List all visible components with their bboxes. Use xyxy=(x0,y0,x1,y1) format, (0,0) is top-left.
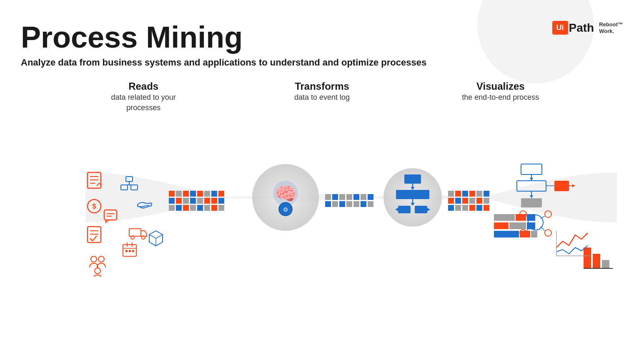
svg-point-102 xyxy=(98,256,104,262)
svg-rect-134 xyxy=(494,214,515,221)
svg-rect-53 xyxy=(455,205,461,211)
svg-rect-40 xyxy=(448,191,454,197)
svg-rect-100 xyxy=(132,250,134,252)
logo-area: UiPath Reboot™ Work. xyxy=(552,21,623,35)
svg-rect-113 xyxy=(554,181,569,191)
svg-rect-135 xyxy=(516,214,526,221)
svg-rect-15 xyxy=(204,198,210,204)
stage-transforms-label: Transforms data to event log xyxy=(276,81,368,113)
svg-text:⚙: ⚙ xyxy=(283,206,288,213)
svg-line-105 xyxy=(149,235,156,238)
svg-rect-3 xyxy=(176,191,182,197)
svg-rect-7 xyxy=(204,191,210,197)
svg-rect-51 xyxy=(484,198,489,204)
svg-point-101 xyxy=(91,256,97,262)
svg-rect-34 xyxy=(332,201,338,207)
svg-rect-29 xyxy=(346,194,352,200)
svg-rect-20 xyxy=(183,205,189,211)
visualizes-title: Visualizes xyxy=(455,81,546,92)
svg-rect-139 xyxy=(527,222,535,229)
svg-rect-23 xyxy=(204,205,210,211)
svg-rect-9 xyxy=(218,191,224,197)
flow-area: Reads data related to yourprocesses Tran… xyxy=(21,81,623,298)
svg-rect-141 xyxy=(520,231,530,237)
title-section: Process Mining Analyze data from busines… xyxy=(21,21,426,68)
svg-rect-137 xyxy=(494,222,509,229)
page-subtitle: Analyze data from business systems and a… xyxy=(21,57,426,68)
svg-rect-41 xyxy=(455,191,461,197)
svg-rect-49 xyxy=(469,198,475,204)
svg-rect-57 xyxy=(484,205,489,211)
svg-point-103 xyxy=(95,268,100,274)
svg-point-123 xyxy=(545,230,551,236)
svg-rect-14 xyxy=(197,198,203,204)
uipath-logo: UiPath xyxy=(552,21,594,35)
svg-rect-52 xyxy=(448,205,454,211)
svg-rect-136 xyxy=(527,214,535,221)
svg-rect-28 xyxy=(339,194,345,200)
logo-reboot: Reboot™ Work. xyxy=(599,21,623,34)
svg-rect-45 xyxy=(484,191,489,197)
svg-rect-17 xyxy=(218,198,224,204)
svg-rect-48 xyxy=(462,198,468,204)
svg-rect-8 xyxy=(211,191,217,197)
svg-line-127 xyxy=(541,227,545,231)
reads-subtitle: data related to yourprocesses xyxy=(98,92,189,113)
svg-rect-21 xyxy=(190,205,196,211)
svg-rect-88 xyxy=(129,229,141,236)
svg-rect-142 xyxy=(531,231,537,237)
svg-rect-108 xyxy=(521,164,542,174)
svg-rect-129 xyxy=(593,254,600,268)
svg-rect-50 xyxy=(476,198,482,204)
svg-rect-16 xyxy=(211,198,217,204)
svg-rect-36 xyxy=(346,201,352,207)
svg-rect-10 xyxy=(169,198,175,204)
svg-rect-22 xyxy=(197,205,203,211)
svg-text:🧠: 🧠 xyxy=(274,183,297,205)
svg-rect-18 xyxy=(169,205,175,211)
svg-rect-26 xyxy=(325,194,331,200)
visualizes-subtitle: the end-to-end process xyxy=(455,92,546,103)
svg-rect-130 xyxy=(602,260,609,268)
flow-diagram: 🧠 ⚙ xyxy=(21,118,623,277)
svg-rect-42 xyxy=(462,191,468,197)
svg-rect-46 xyxy=(448,198,454,204)
logo-path: Path xyxy=(569,21,594,35)
svg-rect-6 xyxy=(197,191,203,197)
transforms-title: Transforms xyxy=(276,81,368,92)
svg-rect-140 xyxy=(494,231,519,237)
svg-rect-30 xyxy=(353,194,359,200)
svg-rect-25 xyxy=(218,205,224,211)
transforms-subtitle: data to event log xyxy=(276,92,368,103)
header: Process Mining Analyze data from busines… xyxy=(21,21,623,68)
svg-rect-55 xyxy=(469,205,475,211)
svg-rect-38 xyxy=(361,201,366,207)
svg-rect-24 xyxy=(211,205,217,211)
flow-labels: Reads data related to yourprocesses Tran… xyxy=(21,81,623,113)
svg-rect-19 xyxy=(176,205,182,211)
page-title: Process Mining xyxy=(21,21,426,54)
svg-rect-128 xyxy=(584,248,591,268)
svg-rect-47 xyxy=(455,198,461,204)
stage-visualizes-label: Visualizes the end-to-end process xyxy=(455,81,546,113)
svg-rect-138 xyxy=(509,222,526,229)
svg-rect-62 xyxy=(404,174,421,184)
svg-rect-54 xyxy=(462,205,468,211)
svg-rect-4 xyxy=(183,191,189,197)
svg-rect-31 xyxy=(361,194,366,200)
svg-rect-65 xyxy=(396,190,429,199)
svg-rect-44 xyxy=(476,191,482,197)
svg-rect-39 xyxy=(368,201,373,207)
svg-rect-98 xyxy=(125,250,128,252)
svg-rect-43 xyxy=(469,191,475,197)
svg-rect-32 xyxy=(368,194,373,200)
svg-rect-56 xyxy=(476,205,482,211)
reboot-line2: Work. xyxy=(599,28,623,35)
svg-rect-12 xyxy=(183,198,189,204)
svg-rect-27 xyxy=(332,194,338,200)
svg-marker-110 xyxy=(530,178,533,181)
svg-text:$: $ xyxy=(93,203,96,210)
svg-rect-11 xyxy=(176,198,182,204)
reboot-line1: Reboot™ xyxy=(599,21,623,28)
logo-ui: Ui xyxy=(552,21,568,35)
